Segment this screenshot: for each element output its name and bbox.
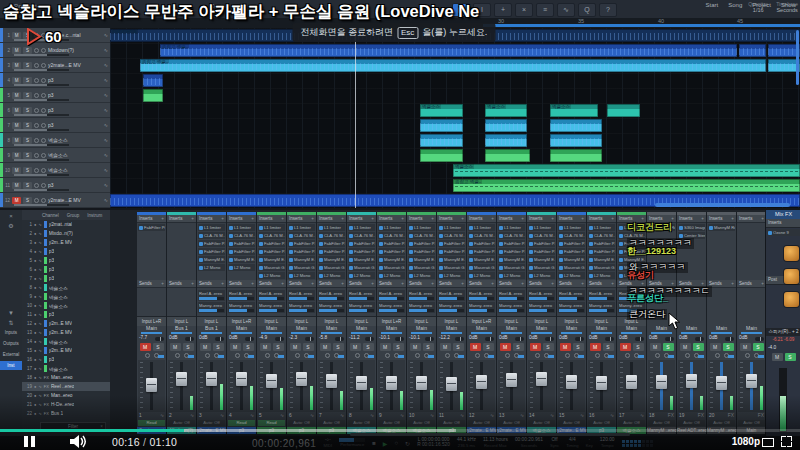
inserts-header[interactable]: Inserts+ (407, 215, 436, 223)
send-level-slider[interactable] (259, 309, 284, 312)
insert-slot[interactable]: FabFilter P.. (468, 248, 495, 255)
record-arm-button[interactable] (145, 353, 150, 358)
plugin-toggle-icon[interactable] (199, 266, 203, 270)
track-mute-button[interactable]: M (12, 182, 21, 189)
send-level-slider[interactable] (409, 297, 434, 300)
mute-button[interactable]: M (320, 343, 331, 351)
record-arm-button[interactable] (34, 48, 39, 53)
db-readout[interactable]: 0dB (469, 335, 478, 340)
automation-mode[interactable]: Read (138, 420, 165, 426)
fullscreen-button[interactable] (781, 436, 792, 447)
clip[interactable] (485, 119, 527, 132)
add-send-icon[interactable]: + (551, 280, 554, 288)
insert-slot[interactable]: CLA-76 M.. (558, 232, 585, 239)
track-mute-button[interactable]: M (12, 92, 21, 99)
plugin-toggle-icon[interactable] (499, 234, 503, 238)
solo-button[interactable]: S (693, 343, 704, 351)
record-arm-button[interactable] (385, 353, 390, 358)
db-readout[interactable]: 0dB (199, 335, 208, 340)
send-level-slider[interactable] (499, 297, 524, 300)
plugin-toggle-icon[interactable] (589, 242, 593, 246)
plugin-toggle-icon[interactable] (529, 266, 533, 270)
send-slot[interactable]: Reel A..ereo (588, 290, 615, 301)
monitor-button[interactable] (41, 78, 46, 83)
plugin-toggle-icon[interactable] (559, 274, 563, 278)
insert-slot[interactable]: L2 Mono (588, 272, 615, 279)
send-level-slider[interactable] (349, 297, 374, 300)
channel-row[interactable]: 19●∿FXReel ..ereo (22, 382, 110, 391)
plugin-toggle-icon[interactable] (409, 234, 413, 238)
solo-button[interactable]: S (513, 343, 524, 351)
plugin-toggle-icon[interactable] (619, 274, 623, 278)
add-insert-icon[interactable]: + (161, 215, 164, 223)
mute-button[interactable]: M (710, 343, 721, 351)
add-insert-icon[interactable]: + (281, 215, 284, 223)
page-tab-show[interactable]: Show (781, 2, 796, 8)
insert-slot[interactable]: FabFilter P.. (378, 240, 405, 247)
insert-slot[interactable]: CLA-76 M.. (318, 232, 345, 239)
send-slot[interactable]: Reel A..ereo (498, 290, 525, 301)
insert-slot[interactable]: FabFilter P.. (558, 248, 585, 255)
automation-mode[interactable]: Auto: Off (678, 420, 705, 426)
solo-button[interactable]: S (213, 343, 224, 351)
output-selector[interactable]: Main (737, 325, 766, 332)
page-tab-song[interactable]: Song (728, 2, 742, 8)
track-mute-button[interactable]: M (12, 107, 21, 114)
clip[interactable]: 숨참고 넥슬.. (453, 179, 800, 192)
track-solo-button[interactable]: S (23, 77, 32, 84)
plugin-toggle-icon[interactable] (379, 274, 383, 278)
output-selector[interactable]: Main (707, 325, 736, 332)
record-arm-button[interactable] (625, 353, 630, 358)
monitor-button[interactable] (41, 198, 46, 203)
plugin-toggle-icon[interactable] (619, 242, 623, 246)
add-send-icon[interactable]: + (611, 280, 614, 288)
track-solo-button[interactable]: S (23, 47, 32, 54)
mixer-strip[interactable]: Inserts+L1 limiterCLA-76 M..FabFilter P.… (347, 212, 377, 434)
inserts-header[interactable]: Inserts+ (377, 215, 406, 223)
insert-slot[interactable]: L2 Mono (198, 264, 225, 271)
db-readout[interactable]: 0dB (739, 335, 748, 340)
clip[interactable] (739, 44, 766, 57)
sends-header[interactable]: Sends+ (287, 280, 316, 288)
insert-slot[interactable]: FabFilter P.. (198, 240, 225, 247)
record-arm-button[interactable] (34, 198, 39, 203)
mute-button[interactable]: M (530, 343, 541, 351)
fader-handle[interactable] (506, 373, 517, 387)
clip[interactable] (607, 104, 640, 117)
insert-slot[interactable]: FabFilter P.. (408, 248, 435, 255)
add-insert-icon[interactable]: + (521, 215, 524, 223)
send-level-slider[interactable] (499, 309, 524, 312)
record-arm-button[interactable] (175, 353, 180, 358)
send-level-slider[interactable] (439, 309, 464, 312)
plugin-toggle-icon[interactable] (589, 226, 593, 230)
record-arm-button[interactable] (34, 78, 39, 83)
plugin-toggle-icon[interactable] (199, 226, 203, 230)
pan-knob[interactable] (665, 337, 674, 341)
mixer-strip[interactable]: Inserts+L1 limiterCLA-76 M..FabFilter P.… (317, 212, 347, 434)
plugin-toggle-icon[interactable] (529, 226, 533, 230)
clip[interactable] (485, 134, 527, 147)
fader-handle[interactable] (296, 372, 307, 386)
insert-slot[interactable]: L2 Mono (228, 264, 255, 271)
pan-knob[interactable] (725, 337, 734, 341)
fader[interactable] (558, 360, 585, 412)
sends-header[interactable]: Sends+ (257, 280, 286, 288)
record-arm-button[interactable] (415, 353, 420, 358)
send-level-slider[interactable] (379, 297, 404, 300)
fader-handle[interactable] (746, 374, 757, 388)
clip[interactable]: 숨참고 넥슬.. (140, 59, 766, 72)
insert-slot[interactable]: MannyM E.. (258, 256, 285, 263)
mixer-strip[interactable]: Inserts+L1 limiterCLA-76 M..FabFilter P.… (437, 212, 467, 434)
channel-row[interactable]: 8●∿넥슬소스 (22, 283, 110, 292)
mixer-strip[interactable]: Inserts+FabFilter Pr.Sends+Input L+RMain… (137, 212, 167, 434)
channel-row[interactable]: 7●∿p3 (22, 274, 110, 283)
track-volume-slider[interactable] (14, 54, 69, 56)
plugin-toggle-icon[interactable] (589, 250, 593, 254)
insert-slot[interactable]: FabFilter Pr. (138, 224, 165, 231)
track-solo-button[interactable]: S (23, 152, 32, 159)
fader[interactable] (258, 360, 285, 412)
track-mute-button[interactable]: M (12, 197, 21, 204)
page-tab-start[interactable]: Start (706, 2, 719, 8)
track-row[interactable]: 7MSp3∿ (0, 118, 110, 132)
plugin-toggle-icon[interactable] (589, 266, 593, 270)
